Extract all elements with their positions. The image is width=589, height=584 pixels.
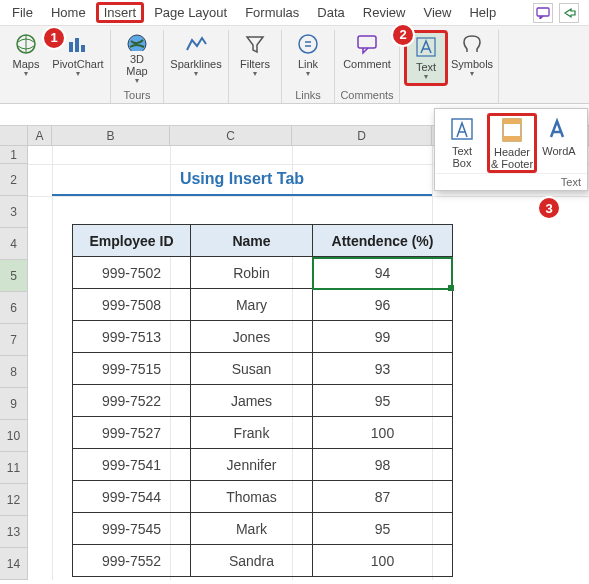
- row-headers: 1 2 3 4 5 6 7 8 9 10 11 12 13 14: [0, 146, 28, 580]
- row-header-12[interactable]: 12: [0, 484, 28, 516]
- annotation-1: 1: [42, 26, 66, 50]
- svg-rect-11: [503, 119, 521, 124]
- 3d-map-label: 3D Map: [126, 53, 147, 77]
- data-table: Employee ID Name Attendence (%) 999-7502…: [72, 224, 453, 577]
- row-header-13[interactable]: 13: [0, 516, 28, 548]
- table-cell[interactable]: Jennifer: [191, 449, 313, 481]
- row-header-8[interactable]: 8: [0, 356, 28, 388]
- table-cell[interactable]: James: [191, 385, 313, 417]
- table-cell[interactable]: 999-7513: [73, 321, 191, 353]
- comment-button[interactable]: Comment: [339, 30, 395, 86]
- table-cell[interactable]: Susan: [191, 353, 313, 385]
- table-cell[interactable]: 96: [313, 289, 453, 321]
- table-row: 999-7541Jennifer98: [73, 449, 453, 481]
- share-icon[interactable]: [559, 3, 579, 23]
- menu-data[interactable]: Data: [309, 2, 352, 23]
- pivotchart-button[interactable]: 1 PivotChart ▾: [50, 30, 106, 86]
- table-row: 999-7545Mark95: [73, 513, 453, 545]
- table-row: 999-7552Sandra100: [73, 545, 453, 577]
- link-button[interactable]: Link ▾: [286, 30, 330, 86]
- svg-point-6: [299, 35, 317, 53]
- row-header-3[interactable]: 3: [0, 196, 28, 228]
- col-header-d[interactable]: D: [292, 126, 432, 145]
- col-header-a[interactable]: A: [28, 126, 52, 145]
- wordart-label: WordA: [542, 145, 575, 157]
- worksheet-grid[interactable]: 1 2 3 4 5 6 7 8 9 10 11 12 13 14 Using I…: [0, 146, 589, 580]
- table-cell[interactable]: 999-7508: [73, 289, 191, 321]
- th-employee-id[interactable]: Employee ID: [73, 225, 191, 257]
- filters-button[interactable]: Filters ▾: [233, 30, 277, 86]
- menu-help[interactable]: Help: [461, 2, 504, 23]
- comment-label: Comment: [343, 58, 391, 70]
- header-footer-label: Header & Footer: [491, 146, 533, 170]
- row-header-6[interactable]: 6: [0, 292, 28, 324]
- menu-home[interactable]: Home: [43, 2, 94, 23]
- table-row: 999-7513Jones99: [73, 321, 453, 353]
- table-cell[interactable]: Robin: [191, 257, 313, 289]
- table-cell[interactable]: 999-7515: [73, 353, 191, 385]
- table-cell[interactable]: 999-7502: [73, 257, 191, 289]
- table-cell[interactable]: Jones: [191, 321, 313, 353]
- text-box-item[interactable]: Text Box: [437, 113, 487, 173]
- 3d-map-button[interactable]: 3D Map ▾: [115, 30, 159, 86]
- sheet-title: Using Insert Tab: [52, 166, 432, 196]
- table-cell[interactable]: Sandra: [191, 545, 313, 577]
- table-cell[interactable]: 94: [313, 257, 453, 289]
- table-cell[interactable]: 999-7522: [73, 385, 191, 417]
- sparklines-button[interactable]: Sparklines ▾: [168, 30, 224, 86]
- col-header-b[interactable]: B: [52, 126, 170, 145]
- row-header-14[interactable]: 14: [0, 548, 28, 580]
- svg-rect-2: [69, 42, 73, 52]
- select-all-corner[interactable]: [0, 126, 28, 145]
- row-header-4[interactable]: 4: [0, 228, 28, 260]
- menu-file[interactable]: File: [4, 2, 41, 23]
- row-header-11[interactable]: 11: [0, 452, 28, 484]
- menu-formulas[interactable]: Formulas: [237, 2, 307, 23]
- table-cell[interactable]: 999-7545: [73, 513, 191, 545]
- ribbon: Maps ▾ 1 PivotChart ▾ 3D Map ▾ Tours: [0, 26, 589, 104]
- menu-insert[interactable]: Insert: [96, 2, 145, 23]
- table-cell[interactable]: Mary: [191, 289, 313, 321]
- table-cell[interactable]: 999-7544: [73, 481, 191, 513]
- th-attendance[interactable]: Attendence (%): [313, 225, 453, 257]
- wordart-item[interactable]: WordA: [537, 113, 581, 173]
- row-header-7[interactable]: 7: [0, 324, 28, 356]
- menu-review[interactable]: Review: [355, 2, 414, 23]
- table-cell[interactable]: 100: [313, 545, 453, 577]
- row-header-9[interactable]: 9: [0, 388, 28, 420]
- svg-rect-12: [503, 136, 521, 141]
- col-header-c[interactable]: C: [170, 126, 292, 145]
- table-cell[interactable]: Thomas: [191, 481, 313, 513]
- table-row: 999-7508Mary96: [73, 289, 453, 321]
- row-header-10[interactable]: 10: [0, 420, 28, 452]
- text-button[interactable]: 2 Text ▾: [404, 30, 448, 86]
- svg-rect-7: [358, 36, 376, 48]
- menu-view[interactable]: View: [415, 2, 459, 23]
- table-cell[interactable]: Frank: [191, 417, 313, 449]
- ribbon-group-comments: Comment Comments: [335, 30, 400, 103]
- table-row: 999-7515Susan93: [73, 353, 453, 385]
- table-row: 999-7527Frank100: [73, 417, 453, 449]
- svg-rect-3: [75, 38, 79, 52]
- symbols-button[interactable]: Symbols ▾: [450, 30, 494, 86]
- table-cell[interactable]: 999-7527: [73, 417, 191, 449]
- th-name[interactable]: Name: [191, 225, 313, 257]
- table-cell[interactable]: Mark: [191, 513, 313, 545]
- table-cell[interactable]: 98: [313, 449, 453, 481]
- table-cell[interactable]: 93: [313, 353, 453, 385]
- table-row: 999-7522James95: [73, 385, 453, 417]
- row-header-1[interactable]: 1: [0, 146, 28, 164]
- row-header-2[interactable]: 2: [0, 164, 28, 196]
- row-header-5[interactable]: 5: [0, 260, 28, 292]
- table-cell[interactable]: 100: [313, 417, 453, 449]
- table-cell[interactable]: 999-7552: [73, 545, 191, 577]
- table-cell[interactable]: 95: [313, 385, 453, 417]
- ribbon-group-links: Link ▾ Links: [282, 30, 335, 103]
- menu-page-layout[interactable]: Page Layout: [146, 2, 235, 23]
- comments-toggle-icon[interactable]: [533, 3, 553, 23]
- table-cell[interactable]: 99: [313, 321, 453, 353]
- table-cell[interactable]: 999-7541: [73, 449, 191, 481]
- table-cell[interactable]: 95: [313, 513, 453, 545]
- table-cell[interactable]: 87: [313, 481, 453, 513]
- header-footer-item[interactable]: Header & Footer: [487, 113, 537, 173]
